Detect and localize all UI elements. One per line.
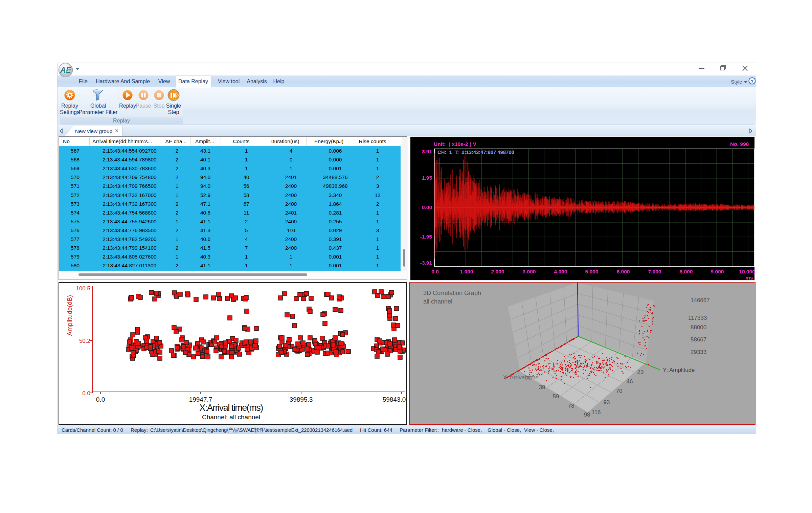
svg-text:AE: AE [60, 66, 71, 74]
svg-text:?: ? [751, 79, 753, 84]
